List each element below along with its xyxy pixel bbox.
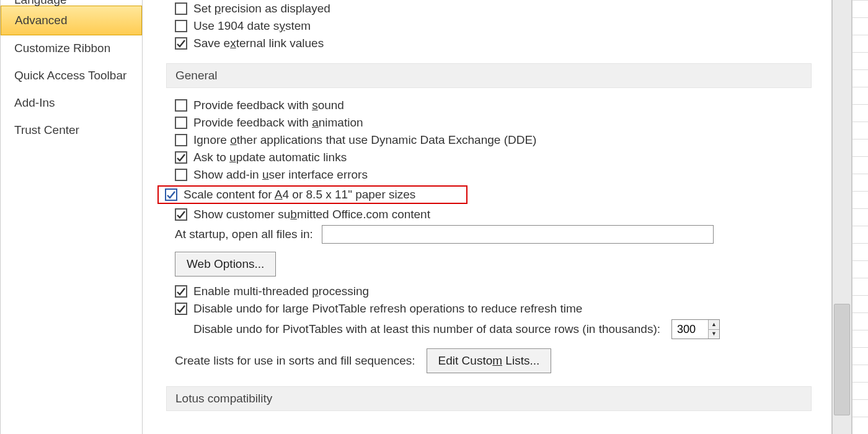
sidebar-item-label: Advanced [15,14,68,27]
option-label: Ignore other applications that use Dynam… [193,133,536,147]
checkbox-icon[interactable] [175,37,187,50]
sidebar-item-label: Add-Ins [14,96,55,109]
sidebar-item-trust-center[interactable]: Trust Center [1,117,142,144]
option-addin-ui-errors[interactable]: Show add-in user interface errors [166,166,812,184]
section-header-lotus: Lotus compatibility [166,386,812,411]
option-label: Save external link values [193,37,324,50]
sidebar-item-label: Trust Center [14,123,79,136]
option-label: Provide feedback with sound [193,99,344,112]
option-label: Use 1904 date system [193,19,311,33]
option-scale-a4-highlight: Scale content for A4 or 8.5 x 11" paper … [157,185,467,204]
option-disable-undo-pivot[interactable]: Disable undo for large PivotTable refres… [166,300,812,317]
web-options-button[interactable]: Web Options... [175,252,276,277]
section-header-general: General [166,63,812,88]
checkbox-icon[interactable] [175,99,187,112]
checkbox-icon[interactable] [175,303,187,315]
checkbox-icon[interactable] [175,285,187,298]
option-label: Show customer submitted Office.com conte… [193,208,430,221]
checkbox-icon[interactable] [175,151,187,164]
option-feedback-animation[interactable]: Provide feedback with animation [166,114,812,131]
startup-label: At startup, open all files in: [175,228,313,241]
option-label: Scale content for A4 or 8.5 x 11" paper … [184,188,415,202]
spinner-up-icon[interactable]: ▲ [709,320,719,330]
spinner-down-icon[interactable]: ▼ [709,330,719,339]
sidebar-item-add-ins[interactable]: Add-Ins [1,89,142,117]
option-label: Ask to update automatic links [193,151,347,164]
option-ignore-dde[interactable]: Ignore other applications that use Dynam… [166,131,812,149]
scrollbar-thumb[interactable] [834,304,850,415]
option-save-external-links[interactable]: Save external link values [166,35,812,52]
undo-rows-row: Disable undo for PivotTables with at lea… [166,317,812,341]
sidebar-item-label: Language [14,0,67,6]
checkbox-icon[interactable] [175,2,187,15]
sidebar-item-label: Customize Ribbon [14,42,110,55]
checkbox-icon[interactable] [175,208,187,221]
undo-rows-input[interactable] [672,320,708,339]
startup-row: At startup, open all files in: [166,223,812,246]
option-label: Enable multi-threaded processing [193,285,369,298]
checkbox-icon[interactable] [175,20,187,32]
sidebar-item-advanced[interactable]: Advanced [1,6,142,35]
checkbox-icon[interactable] [175,134,187,146]
checkbox-icon[interactable] [175,117,187,129]
worksheet-background [852,0,868,434]
dialog-scrollbar[interactable] [832,0,852,434]
checkbox-icon[interactable] [165,188,177,201]
option-label: Show add-in user interface errors [193,168,368,182]
create-lists-row: Create lists for use in sorts and fill s… [166,341,812,375]
option-officecom-content[interactable]: Show customer submitted Office.com conte… [166,206,812,223]
sidebar-item-quick-access-toolbar[interactable]: Quick Access Toolbar [1,62,142,89]
option-use-1904-date[interactable]: Use 1904 date system [166,17,812,35]
options-category-sidebar: Language Advanced Customize Ribbon Quick… [0,0,143,434]
checkbox-icon[interactable] [175,169,187,181]
startup-path-input[interactable] [322,225,714,244]
undo-rows-spinner[interactable]: ▲ ▼ [671,319,720,339]
option-label: Provide feedback with animation [193,116,363,130]
undo-rows-label: Disable undo for PivotTables with at lea… [193,322,660,336]
option-feedback-sound[interactable]: Provide feedback with sound [166,97,812,114]
create-lists-label: Create lists for use in sorts and fill s… [175,354,415,368]
option-multithread[interactable]: Enable multi-threaded processing [166,283,812,300]
edit-custom-lists-button[interactable]: Edit Custom Lists... [427,348,552,373]
sidebar-item-customize-ribbon[interactable]: Customize Ribbon [1,35,142,62]
options-panel: Set precision as displayed Use 1904 date… [143,0,832,434]
option-label: Disable undo for large PivotTable refres… [193,302,582,316]
option-set-precision[interactable]: Set precision as displayed [166,0,812,17]
sidebar-item-label: Quick Access Toolbar [14,69,126,82]
option-ask-update-links[interactable]: Ask to update automatic links [166,149,812,166]
option-label: Set precision as displayed [193,2,330,16]
